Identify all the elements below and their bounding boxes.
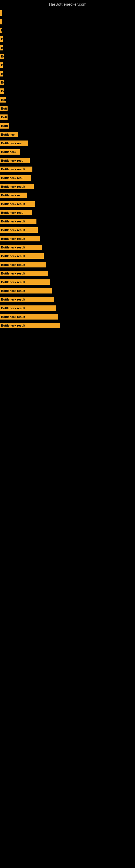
bar-label: Bo: [0, 88, 4, 94]
bar-text: Bottleneck result: [1, 315, 25, 318]
bar-text: B: [1, 29, 2, 32]
bar-row: Bottl: [0, 122, 135, 130]
bar-text: Bottl: [1, 124, 8, 127]
bar-row: Bottleneck result: [0, 199, 135, 208]
bar-row: Bottleneck result: [0, 260, 135, 269]
bar-row: Bot: [0, 95, 135, 104]
bar-label: B: [0, 36, 3, 42]
bar-label: Bo: [0, 54, 4, 59]
bar-row: Bottleneck result: [0, 165, 135, 174]
bar-label: Bottleneck re: [0, 193, 27, 198]
bar-row: Bo: [0, 87, 135, 95]
bar-label: Bottleneck: [0, 149, 20, 155]
bar-row: Bottleneck result: [0, 182, 135, 191]
bar-label: [0, 19, 2, 24]
bar-label: Bottlenec: [0, 132, 18, 137]
bar-row: Bottleneck result: [0, 286, 135, 295]
bar-text: Bottleneck resu: [1, 159, 24, 162]
bar-row: B: [0, 61, 135, 69]
bar-row: Bottleneck result: [0, 235, 135, 243]
bar-text: Bottleneck result: [1, 220, 25, 223]
bar-label: Bottleneck result: [0, 323, 60, 328]
bar-text: Bottleneck: [1, 150, 16, 154]
bar-row: B: [0, 69, 135, 78]
bar-row: Bottleneck resu: [0, 208, 135, 217]
bar-row: Bottleneck: [0, 148, 135, 156]
bar-label: Bott: [0, 115, 8, 120]
site-title: TheBottlenecker.com: [0, 0, 135, 9]
bar-row: Bottleneck result: [0, 278, 135, 286]
bar-text: Bottleneck result: [1, 237, 25, 240]
bar-label: Bottleneck result: [0, 271, 48, 276]
bar-row: Bottleneck result: [0, 252, 135, 260]
bar-text: Bo: [1, 81, 4, 84]
bar-text: Bottleneck result: [1, 254, 25, 258]
bar-text: B: [1, 72, 3, 75]
bar-label: Bottleneck result: [0, 201, 35, 207]
bar-row: Bottleneck result: [0, 269, 135, 278]
bar-text: Bottleneck result: [1, 263, 25, 267]
bar-row: Bott: [0, 113, 135, 122]
bar-label: Bottleneck result: [0, 227, 38, 233]
bar-text: B: [1, 46, 3, 50]
bar-row: [0, 18, 135, 26]
bar-label: Bot: [0, 97, 6, 102]
bar-row: Bottleneck result: [0, 304, 135, 312]
bar-label: Bottleneck resu: [0, 158, 30, 163]
bar-label: [0, 10, 2, 16]
bar-label: Bottleneck result: [0, 184, 34, 189]
bar-text: Bott: [1, 107, 7, 110]
bar-row: Bo: [0, 78, 135, 87]
bar-label: Bottleneck result: [0, 166, 32, 172]
bar-text: Bottleneck result: [1, 246, 25, 249]
bar-text: B: [1, 63, 3, 67]
bar-text: Bottleneck result: [1, 203, 25, 206]
bar-text: Bottleneck result: [1, 280, 25, 284]
bar-text: Bottleneck resu: [1, 211, 24, 214]
bar-label: Bottleneck resu: [0, 210, 32, 215]
bar-row: Bottleneck result: [0, 312, 135, 321]
bar-row: B: [0, 35, 135, 43]
bar-text: Bottlenec: [1, 133, 14, 136]
bar-label: Bo: [0, 80, 4, 85]
bar-label: Bottleneck result: [0, 297, 54, 302]
bar-label: Bottleneck result: [0, 314, 58, 319]
bar-text: Bottleneck result: [1, 289, 25, 292]
bar-row: Bottleneck res: [0, 139, 135, 148]
bar-label: Bottleneck resu: [0, 175, 31, 181]
bar-row: Bottleneck result: [0, 226, 135, 235]
bar-row: Bottleneck resu: [0, 156, 135, 165]
bar-row: Bottleneck result: [0, 217, 135, 226]
bar-label: Bottleneck result: [0, 305, 56, 311]
bar-label: Bott: [0, 106, 8, 111]
bar-label: Bottleneck result: [0, 236, 40, 241]
bar-row: Bottlenec: [0, 130, 135, 139]
bar-text: Bo: [1, 55, 4, 58]
bar-text: Bottleneck result: [1, 272, 25, 275]
bar-label: Bottl: [0, 123, 9, 129]
bar-label: B: [0, 45, 3, 51]
bar-label: B: [0, 71, 3, 76]
bar-text: Bottleneck re: [1, 194, 20, 197]
bar-text: Bottleneck result: [1, 185, 25, 188]
bars-container: BBBBoBBBoBoBotBottBottBottlBottlenecBott…: [0, 9, 135, 330]
bar-text: Bott: [1, 116, 7, 119]
bar-label: B: [0, 28, 2, 33]
bar-label: Bottleneck res: [0, 141, 28, 146]
bar-row: Bottleneck result: [0, 321, 135, 330]
bar-text: Bo: [1, 90, 4, 93]
bar-text: Bottleneck result: [1, 324, 25, 327]
bar-row: Bottleneck result: [0, 243, 135, 252]
bar-label: B: [0, 62, 3, 68]
bar-label: Bottleneck result: [0, 288, 52, 293]
bar-text: Bottleneck result: [1, 298, 25, 301]
bar-label: Bottleneck result: [0, 219, 37, 224]
bar-row: [0, 9, 135, 18]
bar-text: Bottleneck res: [1, 142, 21, 145]
bar-row: B: [0, 43, 135, 52]
bar-text: Bottleneck result: [1, 167, 25, 171]
bar-row: Bott: [0, 104, 135, 113]
bar-text: Bottleneck result: [1, 228, 25, 231]
bar-row: Bottleneck result: [0, 295, 135, 304]
bar-label: Bottleneck result: [0, 253, 44, 259]
